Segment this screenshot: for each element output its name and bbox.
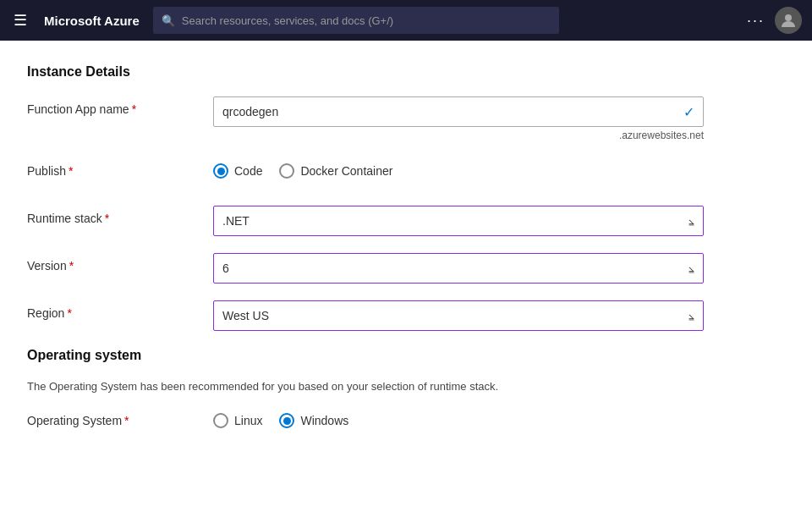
more-options-button[interactable]: ···	[747, 12, 765, 30]
publish-row: Publish * Code Docker Container	[27, 158, 785, 189]
hamburger-icon[interactable]: ☰	[10, 8, 30, 33]
publish-code-option[interactable]: Code	[213, 163, 262, 179]
runtime-stack-row: Runtime stack * .NET ⦥	[27, 206, 785, 236]
required-star: *	[69, 259, 74, 273]
os-radio-group: Linux Windows	[213, 408, 704, 428]
publish-docker-option[interactable]: Docker Container	[279, 163, 392, 179]
os-linux-label: Linux	[234, 414, 262, 427]
publish-code-radio[interactable]	[213, 163, 228, 179]
region-control: West US ⦥	[213, 300, 704, 331]
runtime-stack-control: .NET ⦥	[213, 206, 704, 236]
region-dropdown[interactable]: West US ⦥	[213, 300, 704, 331]
required-star: *	[124, 414, 129, 427]
os-label: Operating System *	[27, 408, 213, 427]
os-windows-option[interactable]: Windows	[279, 413, 348, 428]
region-label: Region *	[27, 300, 213, 320]
topbar: ☰ Microsoft Azure 🔍 ···	[0, 0, 812, 41]
search-icon: 🔍	[162, 14, 175, 27]
avatar[interactable]	[775, 7, 802, 34]
operating-system-section: Operating system The Operating System ha…	[27, 348, 785, 438]
brand-logo: Microsoft Azure	[44, 14, 140, 28]
instance-details-title: Instance Details	[27, 64, 785, 80]
search-bar[interactable]: 🔍	[153, 7, 559, 34]
os-description: The Operating System has been recommende…	[27, 380, 619, 393]
topbar-right: ···	[747, 7, 802, 34]
os-row: Operating System * Linux Windows	[27, 408, 785, 438]
os-linux-radio[interactable]	[213, 413, 228, 428]
validation-checkmark: ✓	[683, 104, 694, 120]
svg-point-0	[785, 14, 792, 21]
dropdown-arrow-icon: ⦥	[689, 310, 694, 322]
os-section-title: Operating system	[27, 348, 785, 363]
function-app-name-control: qrcodegen ✓ .azurewebsites.net	[213, 96, 704, 141]
publish-label: Publish *	[27, 158, 213, 178]
version-row: Version * 6 ⦥	[27, 253, 785, 284]
version-label: Version *	[27, 253, 213, 273]
publish-docker-radio[interactable]	[279, 163, 294, 179]
required-star: *	[67, 306, 71, 320]
publish-code-label: Code	[234, 164, 262, 178]
os-windows-radio[interactable]	[279, 413, 294, 428]
function-app-name-row: Function App name * qrcodegen ✓ .azurewe…	[27, 96, 785, 141]
dropdown-arrow-icon: ⦥	[689, 262, 694, 274]
required-star: *	[105, 212, 109, 225]
required-star: *	[69, 164, 73, 178]
version-dropdown[interactable]: 6 ⦥	[213, 253, 704, 284]
os-windows-label: Windows	[300, 414, 348, 427]
function-app-name-label: Function App name *	[27, 96, 213, 116]
os-windows-radio-inner	[283, 417, 291, 425]
dropdown-arrow-icon: ⦥	[689, 215, 694, 227]
publish-radio-group: Code Docker Container	[213, 158, 704, 179]
publish-docker-label: Docker Container	[300, 164, 392, 178]
main-content: Instance Details Function App name * qrc…	[0, 41, 812, 479]
os-control: Linux Windows	[213, 408, 704, 428]
os-linux-option[interactable]: Linux	[213, 413, 262, 428]
required-star: *	[132, 102, 136, 116]
runtime-stack-dropdown[interactable]: .NET ⦥	[213, 206, 704, 236]
publish-code-radio-inner	[217, 168, 225, 175]
version-control: 6 ⦥	[213, 253, 704, 284]
search-input[interactable]	[182, 14, 551, 27]
publish-control: Code Docker Container	[213, 158, 704, 179]
region-row: Region * West US ⦥	[27, 300, 785, 331]
runtime-stack-label: Runtime stack *	[27, 206, 213, 225]
function-app-name-input[interactable]: qrcodegen ✓	[213, 96, 704, 127]
subdomain-hint: .azurewebsites.net	[213, 129, 704, 141]
